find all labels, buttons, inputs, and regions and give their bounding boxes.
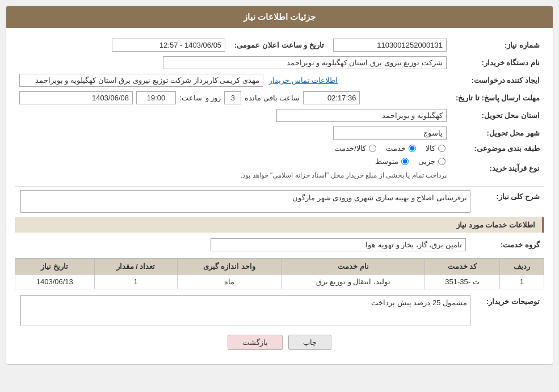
category-kala-radio[interactable]: [438, 145, 445, 152]
col-header-name: نام خدمت: [281, 259, 424, 275]
services-section-title: اطلاعات خدمات مورد نیاز: [15, 217, 544, 233]
need-description-label: شرح کلی نیاز:: [470, 190, 544, 203]
reply-remaining-label: ساعت باقی مانده: [245, 94, 300, 102]
buyer-org-label: نام دستگاه خریدار:: [451, 54, 544, 71]
reply-days-value: 3: [224, 91, 241, 104]
print-button[interactable]: چاپ: [288, 335, 331, 350]
purchase-jozii-label: جزیی: [418, 157, 435, 166]
reply-date-label: مهلت ارسال پاسخ: تا تاریخ:: [451, 89, 544, 107]
buyer-org-value: شرکت توزیع نیروی برق استان کهگیلویه و بو…: [163, 56, 447, 69]
col-header-row: ردیف: [499, 259, 544, 275]
purchase-type-label: نوع فرآیند خرید:: [451, 155, 544, 182]
province-value: کهگیلویه و بویراحمد: [276, 109, 447, 122]
purchase-mottavasset-label: متوسط: [375, 157, 398, 166]
province-label: استان محل تحویل:: [451, 107, 544, 124]
creator-contact-link[interactable]: اطلاعات تماس خریدار: [269, 76, 338, 85]
col-header-unit: واحد اندازه گیری: [177, 259, 281, 275]
announce-date-value: 1403/06/05 - 12:57: [112, 39, 225, 52]
col-header-code: کد خدمت: [425, 259, 500, 275]
category-kala-khedmat-option[interactable]: کالا/خدمت: [334, 144, 377, 153]
category-kala-khedmat-label: کالا/خدمت: [334, 144, 366, 153]
city-label: شهر محل تحویل:: [451, 124, 544, 142]
city-value: یاسوج: [333, 127, 447, 140]
col-header-date: تاریخ نیاز: [15, 259, 95, 275]
purchase-jozii-option[interactable]: جزیی: [418, 157, 447, 166]
category-kala-khedmat-radio[interactable]: [369, 145, 376, 152]
service-group-label: گروه خدمت:: [470, 236, 544, 254]
reply-days-label: روز و: [205, 94, 221, 102]
reply-remaining-value: 02:17:36: [303, 91, 360, 104]
page-title: جزئیات اطلاعات نیاز: [6, 6, 553, 28]
purchase-mottavasset-option[interactable]: متوسط: [375, 157, 410, 166]
cell-code: ت -35-351: [425, 275, 500, 289]
cell-unit: ماه: [177, 275, 281, 289]
purchase-mottavasset-radio[interactable]: [401, 158, 409, 165]
need-number-label: شماره نیاز:: [451, 36, 544, 54]
table-row: 1 ت -35-351 تولید، انتقال و توزیع برق ما…: [15, 275, 544, 289]
category-kala-label: کالا: [426, 144, 435, 153]
cell-name: تولید، انتقال و توزیع برق: [281, 275, 424, 289]
category-label: طبقه بندی موضوعی:: [451, 142, 544, 155]
col-header-quantity: تعداد / مقدار: [94, 259, 177, 275]
buyer-notes-label: توصیحات خریدار:: [470, 295, 544, 308]
category-khedmat-option[interactable]: خدمت: [386, 144, 417, 153]
creator-label: ایجاد کننده درخواست:: [451, 71, 544, 89]
buyer-notes-value: مشمول 25 درصد پیش پرداخت: [20, 295, 470, 326]
need-description-value: برقرسانی اصلاح و بهینه سازی شهری ورودی ش…: [20, 190, 470, 213]
category-khedmat-label: خدمت: [386, 144, 406, 153]
announce-date-label: تاریخ و ساعت اعلان عمومی:: [230, 36, 329, 54]
creator-value: مهدی کریمی کاربرداز شرکت توزیع نیروی برق…: [19, 74, 263, 87]
service-group-value: تامین برق، گاز، بخار و تهویه هوا: [211, 238, 466, 251]
category-khedmat-radio[interactable]: [409, 145, 416, 152]
cell-quantity: 1: [94, 275, 177, 289]
purchase-type-note: پرداخت تمام یا بخشی از مبلغ خریدار محل "…: [241, 171, 447, 179]
back-button[interactable]: بازگشت: [228, 335, 283, 350]
reply-date-value: 1403/06/08: [19, 91, 133, 104]
category-kala-option[interactable]: کالا: [426, 144, 447, 153]
need-number-value: 1103001252000131: [333, 39, 447, 52]
reply-time-label: ساعت:: [179, 94, 202, 102]
reply-time-value: 19:00: [136, 91, 176, 104]
cell-row: 1: [499, 275, 544, 289]
cell-date: 1403/06/13: [15, 275, 95, 289]
purchase-jozii-radio[interactable]: [438, 158, 445, 165]
